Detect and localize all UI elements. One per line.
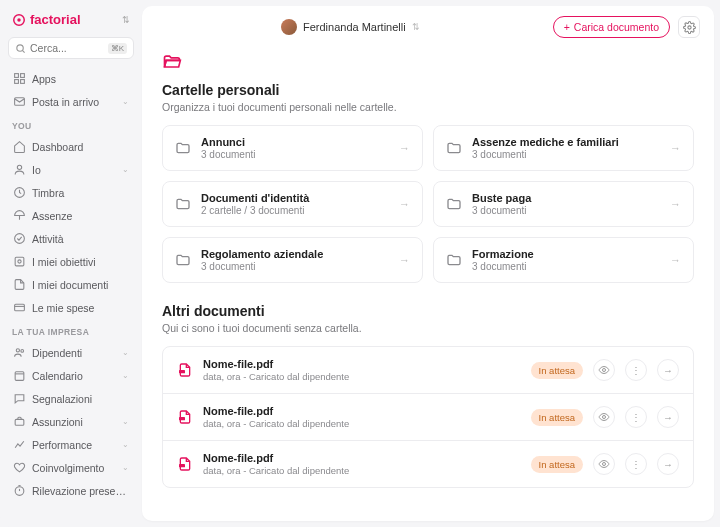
target-icon [13, 255, 26, 268]
folder-icon [446, 196, 462, 212]
arrow-right-icon: → [399, 142, 410, 154]
more-button[interactable]: ⋮ [625, 359, 647, 381]
timer-icon [13, 484, 26, 497]
folder-card[interactable]: Formazione3 documenti → [433, 237, 694, 283]
arrow-right-icon: → [663, 459, 673, 470]
sidebar-item-label: Posta in arrivo [32, 96, 116, 108]
sidebar-item-calendario[interactable]: Calendario ⌄ [8, 364, 134, 387]
plus-icon: + [564, 21, 570, 33]
sidebar-item-coinvolgimento[interactable]: Coinvolgimento ⌄ [8, 456, 134, 479]
svg-rect-4 [15, 74, 19, 78]
preview-button[interactable] [593, 406, 615, 428]
sidebar-item-segnalazioni[interactable]: Segnalazioni [8, 387, 134, 410]
document-list: Nome-file.pdfdata, ora - Caricato dal di… [162, 346, 694, 488]
arrow-right-icon: → [663, 365, 673, 376]
document-row: Nome-file.pdfdata, ora - Caricato dal di… [163, 394, 693, 441]
user-selector[interactable]: Ferdinanda Martinelli ⇅ [281, 19, 420, 35]
other-documents-subtitle: Qui ci sono i tuoi documenti senza carte… [162, 322, 694, 334]
brand-logo[interactable]: factorial [12, 12, 81, 27]
home-icon [13, 140, 26, 153]
gear-icon [683, 21, 696, 34]
check-circle-icon [13, 232, 26, 245]
preview-button[interactable] [593, 453, 615, 475]
folder-meta: 2 cartelle / 3 documenti [201, 205, 389, 216]
folder-meta: 3 documenti [472, 149, 660, 160]
sidebar-item-dashboard[interactable]: Dashboard [8, 135, 134, 158]
folder-icon [446, 252, 462, 268]
sidebar-item-obiettivi[interactable]: I miei obiettivi [8, 250, 134, 273]
sidebar-item-assenze[interactable]: Assenze [8, 204, 134, 227]
folder-icon [175, 140, 191, 156]
topbar: Ferdinanda Martinelli ⇅ + Carica documen… [142, 6, 714, 48]
more-button[interactable]: ⋮ [625, 406, 647, 428]
sidebar-item-label: I miei obiettivi [32, 256, 129, 268]
search-shortcut: ⌘K [108, 43, 127, 54]
sidebar-item-io[interactable]: Io ⌄ [8, 158, 134, 181]
search-input[interactable] [30, 42, 108, 54]
folder-card[interactable]: Assenze mediche e familiari3 documenti → [433, 125, 694, 171]
eye-icon [598, 411, 610, 423]
folder-card[interactable]: Annunci3 documenti → [162, 125, 423, 171]
folder-meta: 3 documenti [472, 205, 660, 216]
heart-icon [13, 461, 26, 474]
search-box[interactable]: ⌘K [8, 37, 134, 59]
preview-button[interactable] [593, 359, 615, 381]
chevron-down-icon: ⌄ [122, 371, 129, 380]
svg-point-25 [687, 25, 690, 28]
sidebar-item-timbra[interactable]: Timbra [8, 181, 134, 204]
open-button[interactable]: → [657, 453, 679, 475]
folder-card[interactable]: Documenti d'identità2 cartelle / 3 docum… [162, 181, 423, 227]
sidebar-item-label: I miei documenti [32, 279, 129, 291]
svg-line-3 [22, 50, 24, 52]
sidebar-item-attivita[interactable]: Attività [8, 227, 134, 250]
file-icon [13, 278, 26, 291]
upload-document-button[interactable]: + Carica documento [553, 16, 670, 38]
arrow-right-icon: → [670, 254, 681, 266]
open-button[interactable]: → [657, 359, 679, 381]
folder-card[interactable]: Buste paga3 documenti → [433, 181, 694, 227]
sidebar-item-dipendenti[interactable]: Dipendenti ⌄ [8, 341, 134, 364]
brand-text: factorial [30, 12, 81, 27]
sidebar-item-rilevazione[interactable]: Rilevazione presenze [8, 479, 134, 502]
other-documents-title: Altri documenti [162, 303, 694, 319]
folder-card[interactable]: Regolamento aziendale3 documenti → [162, 237, 423, 283]
arrow-right-icon: → [399, 198, 410, 210]
eye-icon [598, 458, 610, 470]
open-button[interactable]: → [657, 406, 679, 428]
status-badge: In attesa [531, 456, 583, 473]
calendar-icon [13, 369, 26, 382]
document-meta: data, ora - Caricato dal dipendente [203, 418, 521, 429]
settings-button[interactable] [678, 16, 700, 38]
dots-vertical-icon: ⋮ [631, 412, 641, 423]
status-badge: In attesa [531, 409, 583, 426]
sidebar-item-documenti[interactable]: I miei documenti [8, 273, 134, 296]
pdf-file-icon [177, 409, 193, 425]
folder-icon [446, 140, 462, 156]
sidebar-item-apps[interactable]: Apps [8, 67, 134, 90]
avatar [281, 19, 297, 35]
document-row: Nome-file.pdfdata, ora - Caricato dal di… [163, 441, 693, 487]
sidebar-item-spese[interactable]: Le mie spese [8, 296, 134, 319]
document-row: Nome-file.pdfdata, ora - Caricato dal di… [163, 347, 693, 394]
folder-name: Buste paga [472, 192, 660, 204]
svg-point-2 [17, 44, 23, 50]
svg-point-12 [15, 234, 25, 244]
grid-icon [13, 72, 26, 85]
folder-name: Documenti d'identità [201, 192, 389, 204]
svg-rect-7 [21, 80, 25, 84]
sidebar-item-performance[interactable]: Performance ⌄ [8, 433, 134, 456]
sidebar-item-assunzioni[interactable]: Assunzioni ⌄ [8, 410, 134, 433]
folder-icon [175, 252, 191, 268]
more-button[interactable]: ⋮ [625, 453, 647, 475]
folder-name: Annunci [201, 136, 389, 148]
sidebar-item-inbox[interactable]: Posta in arrivo ⌄ [8, 90, 134, 113]
chevron-down-icon: ⌄ [122, 440, 129, 449]
sort-icon[interactable]: ⇅ [122, 15, 130, 25]
svg-rect-28 [179, 417, 185, 420]
svg-point-31 [603, 463, 606, 466]
sidebar-item-label: Attività [32, 233, 129, 245]
folder-grid: Annunci3 documenti → Assenze mediche e f… [162, 125, 694, 283]
folder-meta: 3 documenti [472, 261, 660, 272]
svg-rect-15 [15, 304, 25, 311]
svg-rect-13 [15, 257, 24, 266]
